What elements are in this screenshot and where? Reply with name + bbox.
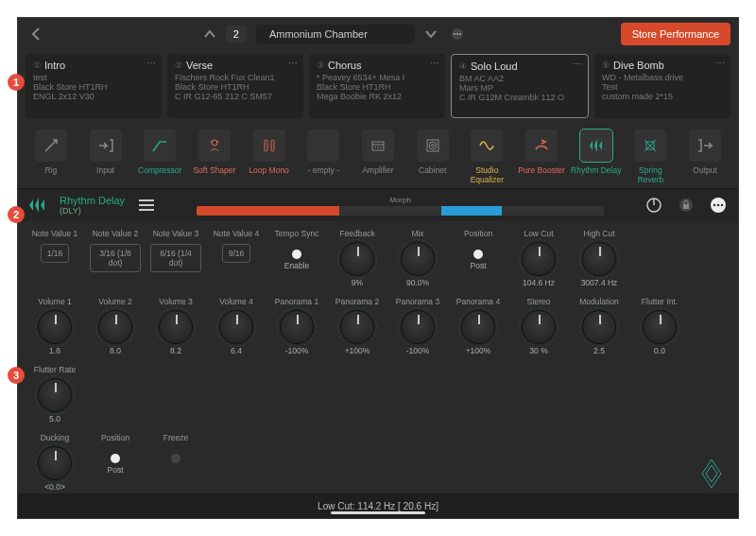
param-low-cut[interactable]: Low Cut104.6 Hz (513, 229, 564, 287)
chain-item-compressor[interactable]: Compressor (134, 130, 185, 175)
param-label: Volume 3 (150, 297, 201, 306)
knob-icon[interactable] (582, 242, 616, 276)
chain-item-studio-equalizer[interactable]: Studio Equalizer (462, 130, 513, 184)
param-modulation[interactable]: Modulation2.5 (574, 297, 625, 355)
param-note-value-4[interactable]: Note Value 49/16 (211, 229, 262, 287)
segment-value[interactable]: 1/16 (41, 244, 70, 263)
chain-item-cabinet[interactable]: Cabinet (407, 130, 458, 175)
slot-menu-icon[interactable]: ⋯ (288, 58, 298, 68)
param-note-value-1[interactable]: Note Value 11/16 (29, 229, 80, 287)
param-volume-4[interactable]: Volume 46.4 (211, 297, 262, 355)
slot-card-4[interactable]: ④Solo Loud BM AC AA2 Mars MP C IR G12M C… (451, 54, 589, 118)
effect-header: Rhythm Delay (DLY) Morph (18, 188, 738, 221)
param-ducking[interactable]: Ducking<0.0> (29, 433, 80, 492)
knob-icon[interactable] (340, 242, 374, 276)
chain-item-spring-reverb[interactable]: Spring Reverb (626, 130, 677, 184)
toggle-dot-icon[interactable] (171, 454, 180, 463)
knob-icon[interactable] (340, 310, 374, 344)
param-note-value-2[interactable]: Note Value 23/16 (1/8 dot) (90, 229, 141, 287)
knob-icon[interactable] (38, 446, 72, 480)
segment-value[interactable]: 9/16 (222, 244, 251, 263)
chain-label: Soft Shaper (189, 165, 240, 175)
knob-icon[interactable] (38, 310, 72, 344)
power-icon[interactable] (644, 195, 664, 216)
slot-card-2[interactable]: ②Verse Fischers Rock Fux Clean1 Black St… (167, 54, 303, 118)
slot-menu-icon[interactable]: ⋯ (146, 58, 156, 68)
chain-item-rhythm-delay[interactable]: Rhythm Delay (571, 130, 622, 175)
toggle-dot-icon[interactable] (473, 250, 483, 259)
chain-label: Rhythm Delay (571, 165, 622, 175)
performance-number[interactable]: 2 (226, 26, 247, 43)
param-mix[interactable]: Mix90.0% (392, 229, 443, 287)
effect-icon (27, 195, 48, 216)
param-panorama-3[interactable]: Panorama 3-100% (392, 297, 443, 355)
param-flutter-rate[interactable]: Flutter Rate5.0 (29, 365, 80, 424)
param-panorama-2[interactable]: Panorama 2+100% (332, 297, 383, 355)
chain-label: Spring Reverb (626, 165, 677, 184)
knob-icon[interactable] (98, 310, 132, 344)
param-volume-3[interactable]: Volume 38.2 (150, 297, 201, 355)
param-volume-2[interactable]: Volume 28.0 (90, 297, 141, 355)
chain-item-amplifier[interactable]: Amplifier (352, 130, 404, 175)
lock-icon[interactable] (676, 195, 696, 216)
param-feedback[interactable]: Feedback9% (332, 229, 383, 287)
home-indicator[interactable] (331, 511, 425, 514)
knob-icon[interactable] (280, 310, 314, 344)
slot-line: Test (602, 82, 723, 92)
status-text: Low Cut: 114.2 Hz [ 20.6 Hz] (318, 501, 438, 511)
knob-icon[interactable] (401, 310, 435, 344)
knob-icon[interactable] (643, 310, 677, 344)
slot-line: custom made 2*15 (602, 92, 723, 101)
knob-icon[interactable] (522, 310, 556, 344)
param-position[interactable]: PositionPost (90, 433, 141, 492)
knob-icon[interactable] (461, 310, 495, 344)
knob-icon[interactable] (219, 310, 253, 344)
chain-item-pure-booster[interactable]: Pure Booster (516, 130, 567, 175)
knob-icon[interactable] (38, 378, 72, 412)
toggle-dot-icon[interactable] (292, 250, 301, 259)
list-icon[interactable] (136, 195, 157, 216)
knob-icon[interactable] (522, 242, 556, 276)
param-freeze[interactable]: Freeze (150, 433, 201, 492)
param-panorama-1[interactable]: Panorama 1-100% (271, 297, 322, 355)
param-high-cut[interactable]: High Cut3007.4 Hz (574, 229, 625, 287)
segment-value[interactable]: 3/16 (1/8 dot) (90, 244, 141, 272)
slot-menu-icon[interactable]: ⋯ (430, 58, 439, 68)
chain-item-rig[interactable]: Rig (26, 130, 77, 175)
morph-slider[interactable] (197, 206, 604, 216)
performance-name[interactable]: Ammonium Chamber (256, 25, 415, 43)
slot-card-5[interactable]: ⑤Dive Bomb WD - Metalbass drive Test cus… (594, 54, 730, 118)
down-icon[interactable] (421, 24, 441, 44)
brand-logo-icon (700, 458, 723, 490)
slot-menu-icon[interactable]: ⋯ (715, 58, 725, 68)
chain-label: Rig (26, 165, 77, 175)
chain-item-input[interactable]: Input (80, 130, 131, 175)
back-icon[interactable] (26, 24, 46, 44)
param-volume-1[interactable]: Volume 11.6 (29, 297, 80, 355)
slot-menu-icon[interactable]: ⋯ (573, 59, 582, 69)
chain-item-soft-shaper[interactable]: Soft Shaper (189, 130, 240, 175)
knob-icon[interactable] (159, 310, 193, 344)
param-tempo-sync[interactable]: Tempo SyncEnable (271, 229, 322, 287)
segment-value[interactable]: 6/16 (1/4 dot) (150, 244, 201, 272)
param-flutter-int-[interactable]: Flutter Int.0.0 (634, 297, 685, 355)
knob-icon[interactable] (401, 242, 435, 276)
chain-item-output[interactable]: Output (679, 130, 730, 175)
status-bar: Low Cut: 114.2 Hz [ 20.6 Hz] (18, 493, 738, 518)
slot-card-1[interactable]: ①Intro test Black Store HT1RH ENGL 2x12 … (26, 54, 162, 118)
toggle-dot-icon[interactable] (111, 454, 120, 463)
param-label: Ducking (29, 433, 80, 442)
svg-point-11 (374, 147, 376, 148)
more-icon[interactable] (447, 24, 468, 44)
chain-item-loop-mono[interactable]: Loop Mono (244, 130, 295, 175)
effect-more-icon[interactable] (708, 195, 729, 216)
store-performance-button[interactable]: Store Performance (621, 23, 730, 45)
param-note-value-3[interactable]: Note Value 36/16 (1/4 dot) (150, 229, 201, 287)
param-stereo[interactable]: Stereo30 % (513, 297, 564, 355)
up-icon[interactable] (199, 24, 220, 44)
knob-icon[interactable] (582, 310, 616, 344)
param-panorama-4[interactable]: Panorama 4+100% (453, 297, 504, 355)
param-position[interactable]: PositionPost (453, 229, 504, 287)
slot-card-3[interactable]: ③Chorus * Peavey 6534+ Mesa I Black Stor… (309, 54, 445, 118)
chain-item--empty-[interactable]: - empty - (298, 130, 349, 175)
